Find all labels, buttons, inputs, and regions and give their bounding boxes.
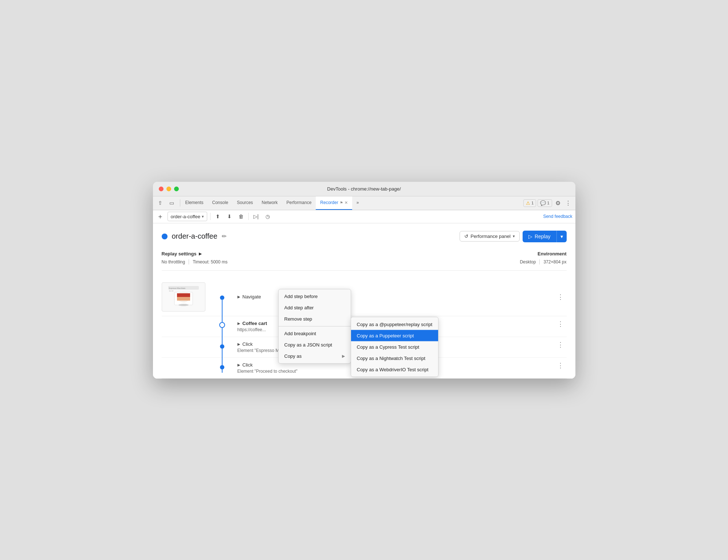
replay-settings-title[interactable]: Replay settings ▶ xyxy=(162,251,228,256)
environment-values: Desktop 372×804 px xyxy=(520,259,566,265)
svg-rect-7 xyxy=(177,293,190,297)
recording-name-label: order-a-coffee xyxy=(172,232,217,240)
traffic-lights xyxy=(159,187,179,191)
recording-title: order-a-coffee ✏ xyxy=(162,232,227,240)
steps-area: Espresso Macchiato $12.00 xyxy=(162,278,567,379)
tab-bar-icons: ⇧ ▭ xyxy=(156,199,176,207)
recording-actions: ↺ Performance panel ▾ ▷ Replay ▾ xyxy=(460,231,566,242)
ctx-remove-step[interactable]: Remove step xyxy=(279,313,351,325)
settings-right: Environment Desktop 372×804 px xyxy=(520,251,566,265)
submenu-arrow-icon: ▶ xyxy=(342,354,345,359)
tab-performance[interactable]: Performance xyxy=(282,196,316,210)
tab-recorder[interactable]: Recorder ⚑ ✕ xyxy=(316,196,352,210)
svg-text:$12.00: $12.00 xyxy=(169,290,174,292)
warning-icon: ⚠ xyxy=(526,200,530,206)
replay-button[interactable]: ▷ Replay xyxy=(523,231,556,242)
settings-button[interactable]: ⚙ xyxy=(554,199,562,207)
recording-header: order-a-coffee ✏ ↺ Performance panel ▾ ▷… xyxy=(162,231,567,242)
devtools-window: DevTools - chrome://new-tab-page/ ⇧ ▭ El… xyxy=(153,182,575,379)
minimize-button[interactable] xyxy=(166,187,171,191)
replay-button-group: ▷ Replay ▾ xyxy=(523,231,567,242)
copy-as-submenu: Copy as a @puppeteer/replay script Copy … xyxy=(351,317,439,377)
step-timeline-navigate xyxy=(211,294,233,300)
main-content: order-a-coffee ✏ ↺ Performance panel ▾ ▷… xyxy=(153,223,575,379)
export-icon[interactable]: ⬆ xyxy=(213,212,222,221)
send-feedback-link[interactable]: Send feedback xyxy=(543,214,572,219)
tab-network[interactable]: Network xyxy=(257,196,282,210)
ctx-sub-nightwatch[interactable]: Copy as a Nightwatch Test script xyxy=(351,352,438,364)
settings-expand-icon: ▶ xyxy=(199,252,202,256)
tab-sep-1 xyxy=(180,199,180,207)
titlebar: DevTools - chrome://new-tab-page/ xyxy=(153,182,575,196)
step-row-navigate: Espresso Macchiato $12.00 xyxy=(162,278,567,316)
settings-values: No throttling Timeout: 5000 ms xyxy=(162,259,228,265)
run-icon[interactable]: ▷| xyxy=(252,212,260,221)
step-dot-coffee xyxy=(219,322,225,328)
settings-sep xyxy=(189,259,189,265)
ctx-add-before[interactable]: Add step before xyxy=(279,291,351,302)
performance-panel-button[interactable]: ↺ Performance panel ▾ xyxy=(460,231,520,242)
settings-left: Replay settings ▶ No throttling Timeout:… xyxy=(162,251,228,265)
step-menu-click1[interactable]: ⋮ xyxy=(554,341,567,348)
toolbar-sep-1 xyxy=(210,213,210,220)
cursor-icon[interactable]: ⇧ xyxy=(156,199,165,207)
device-icon[interactable]: ▭ xyxy=(168,199,176,207)
recording-status-dot xyxy=(162,234,168,239)
add-recording-button[interactable]: ＋ xyxy=(156,212,165,221)
tab-console[interactable]: Console xyxy=(208,196,233,210)
svg-rect-8 xyxy=(177,297,190,301)
toolbar-sep-2 xyxy=(248,213,249,220)
recording-selector[interactable]: order-a-coffee ▾ xyxy=(168,212,207,221)
svg-text:Espresso Macchiato: Espresso Macchiato xyxy=(169,287,185,289)
ctx-sub-puppeteer[interactable]: Copy as a Puppeteer script xyxy=(351,330,438,341)
replay-play-icon: ▷ xyxy=(528,234,532,239)
step-dot-navigate xyxy=(220,295,224,300)
toolbar: ＋ order-a-coffee ▾ ⬆ ⬇ 🗑 ▷| ◷ Send feedb… xyxy=(153,210,575,223)
ctx-copy-json[interactable]: Copy as a JSON script xyxy=(279,339,351,351)
step-expand-coffee[interactable]: ▶ xyxy=(237,321,240,325)
devtools-body: ⇧ ▭ Elements Console Sources Network Per… xyxy=(153,196,575,379)
thumbnail-svg: Espresso Macchiato $12.00 xyxy=(165,284,202,310)
step-expand-click2[interactable]: ▶ xyxy=(237,363,240,367)
svg-point-9 xyxy=(178,304,189,306)
ctx-sub-cypress[interactable]: Copy as a Cypress Test script xyxy=(351,341,438,352)
perf-panel-chevron-icon: ▾ xyxy=(513,234,515,239)
edit-name-icon[interactable]: ✏ xyxy=(222,233,227,240)
context-menu: Add step before Add step after Remove st… xyxy=(278,289,351,364)
import-icon[interactable]: ⬇ xyxy=(225,212,234,221)
step-dot-click2 xyxy=(220,365,224,369)
replay-dropdown-button[interactable]: ▾ xyxy=(556,231,567,242)
more-button[interactable]: ⋮ xyxy=(564,199,572,207)
step-expand-navigate[interactable]: ▶ xyxy=(237,295,240,299)
tab-bar: ⇧ ▭ Elements Console Sources Network Per… xyxy=(153,196,575,210)
tab-more[interactable]: » xyxy=(352,196,363,210)
chat-icon: 💬 xyxy=(540,200,546,206)
ctx-sub-webdriverio[interactable]: Copy as a WebdriverIO Test script xyxy=(351,364,438,375)
tab-bar-right: ⚠ 1 💬 1 ⚙ ⋮ xyxy=(523,199,572,207)
slow-icon[interactable]: ◷ xyxy=(263,212,272,221)
window-title: DevTools - chrome://new-tab-page/ xyxy=(327,186,401,192)
chat-badge[interactable]: 💬 1 xyxy=(538,199,552,207)
ctx-sub-puppeteer-replay[interactable]: Copy as a @puppeteer/replay script xyxy=(351,318,438,330)
step-dot-click1 xyxy=(220,344,224,349)
ctx-add-breakpoint[interactable]: Add breakpoint xyxy=(279,328,351,339)
tab-close-recorder[interactable]: ✕ xyxy=(345,200,348,205)
step-menu-click2[interactable]: ⋮ xyxy=(554,362,567,369)
close-button[interactable] xyxy=(159,187,164,191)
ctx-add-after[interactable]: Add step after xyxy=(279,302,351,313)
delete-icon[interactable]: 🗑 xyxy=(237,212,245,221)
step-expand-click1[interactable]: ▶ xyxy=(237,342,240,346)
step-timeline-coffee xyxy=(211,321,233,328)
step-menu-navigate[interactable]: ⋮ xyxy=(554,294,567,300)
tab-elements[interactable]: Elements xyxy=(181,196,208,210)
environment-title: Environment xyxy=(538,251,566,256)
warning-badge[interactable]: ⚠ 1 xyxy=(523,199,536,207)
step-thumbnail: Espresso Macchiato $12.00 xyxy=(162,282,205,312)
maximize-button[interactable] xyxy=(174,187,179,191)
selector-chevron-icon: ▾ xyxy=(202,214,204,219)
recording-selector-label: order-a-coffee xyxy=(171,214,200,219)
step-menu-coffee[interactable]: ⋮ xyxy=(554,321,567,327)
settings-row: Replay settings ▶ No throttling Timeout:… xyxy=(162,251,567,271)
ctx-copy-as[interactable]: Copy as ▶ Copy as a @puppeteer/replay sc… xyxy=(279,351,351,362)
tab-sources[interactable]: Sources xyxy=(233,196,257,210)
